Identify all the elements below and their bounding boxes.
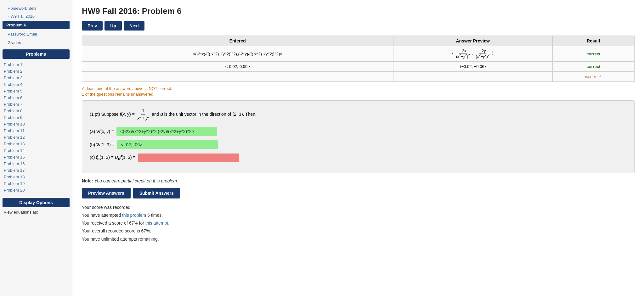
problem-part-a: (a) ∇f(x, y) = [90,127,627,136]
preview-answers-button[interactable]: Preview Answers [82,188,131,198]
score-line-3: Your overall recorded score is 67%. [82,227,635,235]
nav-buttons: Prev Up Next [82,21,635,31]
part-b-label: (b) ∇f(1, 3) = [90,142,115,147]
sidebar-item-problem-11[interactable]: Problem 11 [0,127,72,134]
up-button[interactable]: Up [105,21,122,31]
table-entered-2 [82,72,393,82]
prev-button[interactable]: Prev [82,21,103,31]
sidebar-grades-link[interactable]: Grades [4,39,68,46]
table-row: <(-2*x)/([( x^2)+(y^2)]^2),(-2*y)/([( x^… [82,46,635,62]
score-line-1: You have attempted this problem 5 times. [82,211,635,219]
display-options-button[interactable]: Display Options [3,198,70,207]
problem-box: (1 pt) Suppose f(x, y) = 1 x² + y² and u… [82,100,635,173]
sidebar-item-problem-20[interactable]: Problem 20 [0,187,72,193]
sidebar-item-problem-3[interactable]: Problem 3 [0,75,72,81]
problem-part-c: (c) fu(1, 3) = Duf(1, 3) = [90,154,627,162]
table-preview-0: ⟨ −2x(x2+y2)2 , −2y(x2+y2)2 ⟩ [393,46,552,62]
sidebar-item-problem-2[interactable]: Problem 2 [0,68,72,75]
table-result-0: correct [552,46,634,62]
sidebar-item-problem-14[interactable]: Problem 14 [0,147,72,154]
sidebar-item-problem-19[interactable]: Problem 19 [0,180,72,187]
table-row: <-0.02,-0.06>⟨−0.02, −0.06⟩correct [82,62,635,72]
sidebar-active-problem[interactable]: Problem 6 [3,21,70,29]
math-fraction: 1 x² + y² [137,107,150,122]
sidebar-item-problem-12[interactable]: Problem 12 [0,134,72,141]
sidebar-item-problem-4[interactable]: Problem 4 [0,81,72,88]
answer-table: Entered Answer Preview Result <(-2*x)/([… [82,36,635,82]
part-a-label: (a) ∇f(x, y) = [90,129,114,134]
score-line-2: You received a score of 67% for this att… [82,219,635,227]
part-a-input[interactable] [116,127,217,136]
view-equations-label: View equations as: [0,209,72,216]
sidebar-item-problem-10[interactable]: Problem 10 [0,121,72,127]
sidebar-item-problem-6[interactable]: Problem 6 [0,94,72,101]
table-row: incorrect. [82,72,635,82]
page-title: HW9 Fall 2016: Problem 6 [82,6,635,16]
col-preview: Answer Preview [393,36,552,46]
sidebar-password-email-link[interactable]: Password/Email [4,31,68,37]
table-entered-0: <(-2*x)/([( x^2)+(y^2)]^2),(-2*y)/([( x^… [82,46,393,62]
sidebar-homework-sets-link[interactable]: Homework Sets [4,5,68,12]
sidebar-item-problem-5[interactable]: Problem 5 [0,88,72,94]
sidebar-item-problem-13[interactable]: Problem 13 [0,141,72,147]
part-c-input[interactable] [138,154,239,162]
sidebar-hw9-link[interactable]: HW9 Fall 2016 [4,13,68,20]
note-text: Note: You can earn partial credit on thi… [82,178,635,183]
col-result: Result [552,36,634,46]
problem-points: (1 pt) [90,112,100,117]
sidebar-item-problem-17[interactable]: Problem 17 [0,167,72,174]
status-unanswered: 1 of the questions remains unanswered. [82,92,635,97]
part-c-label: (c) fu(1, 3) = Duf(1, 3) = [90,155,136,161]
table-preview-2 [393,72,552,82]
score-line-4: You have unlimited attempts remaining. [82,235,635,243]
sidebar-item-problem-18[interactable]: Problem 18 [0,174,72,180]
action-buttons: Preview Answers Submit Answers [82,188,635,198]
part-b-input[interactable] [117,140,218,149]
problems-header: Problems [3,49,70,59]
table-preview-1: ⟨−0.02, −0.06⟩ [393,62,552,72]
problem-statement: (1 pt) Suppose f(x, y) = 1 x² + y² and u… [90,107,627,122]
submit-answers-button[interactable]: Submit Answers [133,188,180,198]
score-info: Your score was recorded.You have attempt… [82,204,635,243]
sidebar: Homework Sets HW9 Fall 2016 Problem 6 Pa… [0,0,72,296]
table-result-1: correct [552,62,634,72]
problems-list: Problem 1Problem 2Problem 3Problem 4Prob… [0,60,72,195]
table-entered-1: <-0.02,-0.06> [82,62,393,72]
sidebar-item-problem-7[interactable]: Problem 7 [0,101,72,108]
status-warning: At least one of the answers above is NOT… [82,86,635,91]
problem-part-b: (b) ∇f(1, 3) = [90,140,627,149]
sidebar-item-problem-9[interactable]: Problem 9 [0,114,72,121]
sidebar-item-problem-8[interactable]: Problem 8 [0,108,72,114]
col-entered: Entered [82,36,393,46]
next-button[interactable]: Next [124,21,144,31]
score-line-0: Your score was recorded. [82,204,635,211]
table-result-2: incorrect. [552,72,634,82]
main-content: HW9 Fall 2016: Problem 6 Prev Up Next En… [72,0,644,296]
sidebar-item-problem-15[interactable]: Problem 15 [0,154,72,160]
sidebar-item-problem-16[interactable]: Problem 16 [0,160,72,167]
sidebar-item-problem-1[interactable]: Problem 1 [0,61,72,68]
